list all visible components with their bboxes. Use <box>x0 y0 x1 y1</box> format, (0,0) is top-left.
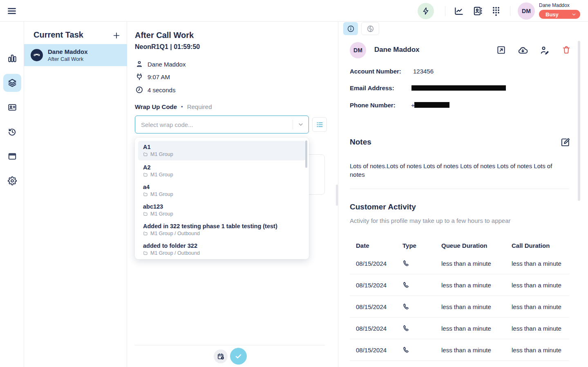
folder-icon <box>143 192 150 197</box>
layers-icon <box>7 78 17 88</box>
wrap-code-option-group: M1 Group <box>143 211 301 217</box>
edit-profile-button[interactable] <box>540 45 550 55</box>
required-separator: • <box>181 104 183 110</box>
topbar-divider <box>510 6 510 16</box>
task-start-time-row: 9:07 AM <box>135 73 170 81</box>
phone-icon <box>402 325 441 332</box>
current-task-title: Current Task <box>34 30 83 40</box>
activity-date: 08/15/2024 <box>356 347 402 354</box>
wrap-up-code-label: Wrap Up Code <box>135 103 177 110</box>
left-icon-rail <box>0 22 24 367</box>
chevron-down-icon[interactable] <box>293 121 309 128</box>
activity-table-row: 08/15/2024 less than a minute less than … <box>350 253 569 274</box>
current-task-panel: Current Task Dane Maddox After Call Work <box>24 22 127 367</box>
wrap-code-option[interactable]: added to folder 322 M1 Group / Outbound <box>135 240 309 259</box>
check-icon <box>234 352 243 360</box>
task-title: After Call Work <box>135 31 194 40</box>
wrap-code-option-group: M1 Group <box>143 191 301 197</box>
detail-scrollbar-thumb[interactable] <box>336 185 338 206</box>
activity-table-row: 08/15/2024 less than a minute less than … <box>350 339 569 361</box>
profile-scrollbar-thumb[interactable] <box>578 41 580 201</box>
wrap-code-input[interactable] <box>135 116 293 133</box>
trash-icon <box>562 45 571 54</box>
task-contact-row: Dane Maddox <box>135 60 186 68</box>
tab-ai-insights[interactable] <box>361 22 379 35</box>
phone-label: Phone Number: <box>350 102 396 109</box>
schedule-followup-button[interactable] <box>214 349 228 363</box>
sidebar-item-analytics[interactable] <box>8 54 17 63</box>
wrap-code-option-name: added to folder 322 <box>143 242 301 249</box>
complete-task-button[interactable] <box>230 348 247 365</box>
window-icon <box>8 152 17 161</box>
delete-profile-button[interactable] <box>562 45 571 54</box>
edit-notes-button[interactable] <box>561 138 570 147</box>
dropdown-scrollbar-thumb[interactable] <box>305 140 307 168</box>
add-task-button[interactable] <box>112 31 121 40</box>
folder-icon <box>143 251 150 256</box>
chevron-down-icon <box>571 12 577 17</box>
open-profile-button[interactable] <box>496 45 506 55</box>
browse-wrap-codes-button[interactable] <box>312 117 327 132</box>
status-dropdown[interactable]: Busy <box>539 10 580 19</box>
task-list-item[interactable]: Dane Maddox After Call Work <box>24 44 127 66</box>
hamburger-icon <box>7 6 18 16</box>
plug-icon <box>135 73 143 81</box>
wrap-code-option-group: M1 Group <box>143 151 301 157</box>
wrap-code-option-group: M1 Group <box>143 172 301 178</box>
calendar-clock-icon <box>217 353 225 360</box>
phone-icon <box>402 303 441 310</box>
info-icon <box>347 25 355 33</box>
wrap-code-option[interactable]: A1 M1 Group <box>138 141 306 160</box>
edit-icon <box>561 138 570 147</box>
activity-table-row: 08/15/2024 less than a minute less than … <box>350 318 569 339</box>
dialpad-button[interactable] <box>491 6 502 16</box>
activity-table-row: 08/15/2024 less than a minute less than … <box>350 274 569 296</box>
sidebar-item-history[interactable] <box>8 127 17 136</box>
wrap-up-code-label-row: Wrap Up Code • Required <box>135 103 212 110</box>
sidebar-item-tasks[interactable] <box>3 74 21 92</box>
activity-date: 08/15/2024 <box>356 325 402 332</box>
contact-book-icon <box>472 6 483 16</box>
wrap-code-option-group: M1 Group / Outbound <box>143 250 301 256</box>
sidebar-item-settings[interactable] <box>8 176 17 185</box>
notes-title: Notes <box>350 138 371 147</box>
line-chart-icon <box>454 6 464 16</box>
wrap-code-option[interactable]: A2 M1 Group <box>135 161 309 181</box>
phone-handset-icon <box>31 49 43 61</box>
reporting-button[interactable] <box>454 6 464 16</box>
activity-queue-duration: less than a minute <box>441 282 512 289</box>
wrap-code-option[interactable]: abc123 M1 Group <box>135 200 309 220</box>
activity-date: 08/15/2024 <box>356 282 402 289</box>
contacts-directory-button[interactable] <box>472 6 483 16</box>
folder-icon <box>143 231 150 236</box>
wrap-code-select[interactable] <box>135 116 309 133</box>
topbar-divider <box>445 6 445 16</box>
history-icon <box>8 127 17 136</box>
bolt-icon <box>422 7 430 15</box>
user-name: Dane Maddox <box>539 2 581 8</box>
download-profile-button[interactable] <box>517 45 528 56</box>
sidebar-item-browser[interactable] <box>8 152 17 161</box>
brain-icon <box>367 25 374 33</box>
redacted-email-value <box>411 85 506 91</box>
dialpad-icon <box>491 6 502 16</box>
task-detail-panel: After Call Work NeonR1Q1 | 01:59:50 Dane… <box>127 22 338 367</box>
activity-table-header: Date Type Queue Duration Call Duration <box>350 238 569 253</box>
wrap-code-option[interactable]: Added in 322 testing phase 1 table testi… <box>135 220 309 240</box>
activity-date: 08/15/2024 <box>356 260 402 267</box>
folder-icon <box>143 152 150 157</box>
contact-card-icon <box>8 103 17 112</box>
wrap-code-option[interactable]: a4 M1 Group <box>135 181 309 200</box>
sidebar-item-contacts[interactable] <box>8 103 17 112</box>
hamburger-menu-button[interactable] <box>7 5 18 17</box>
customer-profile-panel: DM Dane Maddox Account Number: 123456 Em… <box>339 22 588 367</box>
tab-profile-info[interactable] <box>343 22 358 35</box>
clock-icon <box>135 86 143 94</box>
person-icon <box>135 60 143 68</box>
quick-actions-button[interactable] <box>418 3 434 19</box>
user-avatar-initials: DM <box>522 8 531 14</box>
open-in-new-icon <box>496 45 506 55</box>
user-avatar[interactable]: DM <box>518 2 535 20</box>
activity-call-duration: less than a minute <box>512 282 569 289</box>
activity-queue-duration: less than a minute <box>441 325 512 332</box>
